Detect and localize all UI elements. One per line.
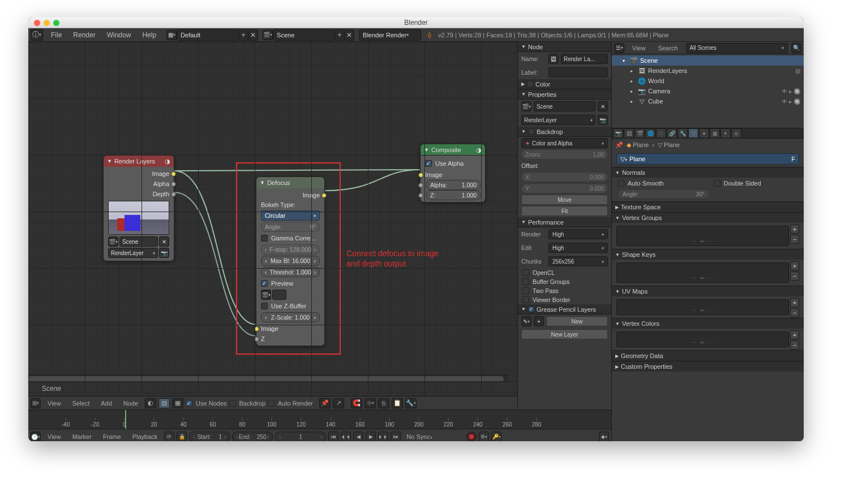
- scene-browse-icon[interactable]: 🎬▾: [521, 101, 531, 111]
- menu-view[interactable]: View: [628, 45, 650, 51]
- play-icon[interactable]: ▶: [366, 432, 376, 441]
- minimize-icon[interactable]: [44, 20, 50, 26]
- remove-button[interactable]: −: [790, 341, 799, 350]
- snap-type-icon[interactable]: ⊹▾: [365, 398, 376, 408]
- socket-in-z[interactable]: Z:1.000: [425, 190, 481, 200]
- add-button[interactable]: +: [790, 298, 799, 307]
- socket-out-image[interactable]: Image: [108, 169, 169, 179]
- menu-marker[interactable]: Marker: [68, 433, 96, 440]
- viewer-border-checkbox[interactable]: Viewer Border: [518, 295, 611, 304]
- two-pass-checkbox[interactable]: Two Pass: [518, 286, 611, 295]
- layout-dropdown[interactable]: Default: [177, 29, 239, 41]
- remove-button[interactable]: −: [790, 272, 799, 281]
- section-header[interactable]: Backdrop: [537, 128, 563, 135]
- jump-end-icon[interactable]: ⏭: [391, 432, 401, 441]
- remove-button[interactable]: −: [790, 235, 799, 244]
- menu-node[interactable]: Node: [119, 400, 143, 407]
- node-preview-toggle-icon[interactable]: ◑: [476, 147, 482, 154]
- section-geometry-data[interactable]: ▶Geometry Data: [612, 351, 804, 361]
- tree-type-shader-icon[interactable]: ◐: [145, 398, 156, 408]
- socket-in-z[interactable]: Z: [261, 334, 320, 344]
- node-defocus[interactable]: ▼Defocus Image Bokeh Type: Circular♦ Ang…: [256, 176, 325, 346]
- tab-render[interactable]: 📷: [613, 128, 623, 137]
- auto-smooth-checkbox[interactable]: Auto Smooth: [612, 179, 708, 188]
- zscale-field[interactable]: ‹Z-Scale: 1.000›: [261, 312, 320, 322]
- offset-x-field[interactable]: X:0.000: [521, 172, 608, 182]
- label-input[interactable]: [548, 67, 608, 77]
- chunks-dropdown[interactable]: 256x256♦: [548, 256, 608, 266]
- socket-in-image[interactable]: Image: [425, 170, 481, 180]
- socket-out-alpha[interactable]: Alpha: [108, 179, 169, 189]
- tab-render-layers[interactable]: 🖼: [624, 128, 634, 137]
- auto-render-checkbox[interactable]: Auto Render: [268, 398, 313, 408]
- fstop-field[interactable]: ‹F-stop: 128.000›: [261, 244, 320, 255]
- shape-keys-list[interactable]: ⋯ ═ ⋯: [616, 262, 789, 283]
- node-composite[interactable]: ▼Composite◑ ✓Use Alpha Image Alpha:1.000…: [420, 144, 486, 203]
- current-frame-field[interactable]: ‹1›: [275, 432, 326, 441]
- horizontal-scrollbar[interactable]: [28, 374, 508, 382]
- angle-field[interactable]: Angle:30°: [618, 189, 710, 199]
- backdrop-checkbox[interactable]: Backdrop: [229, 398, 265, 408]
- menu-frame[interactable]: Frame: [98, 433, 126, 440]
- range-icon[interactable]: ⟳: [164, 432, 174, 441]
- tab-world[interactable]: 🌐: [645, 128, 655, 137]
- uv-maps-list[interactable]: ⋯ ═ ⋯: [616, 299, 789, 315]
- snap-icon[interactable]: 🧲: [351, 398, 362, 408]
- buffer-groups-checkbox[interactable]: Buffer Groups: [518, 277, 611, 286]
- render-quality-dropdown[interactable]: High♦: [548, 229, 608, 239]
- pin-icon[interactable]: 📌: [615, 141, 623, 149]
- angle-field[interactable]: Angle:0°: [261, 222, 320, 232]
- use-nodes-checkbox[interactable]: ✓Use Nodes: [186, 398, 226, 408]
- node-editor[interactable]: Connect defocus to imageand depth output…: [28, 42, 517, 396]
- pin-icon[interactable]: 📌: [319, 398, 331, 408]
- scene-browse-icon[interactable]: 🎬▾: [261, 290, 271, 300]
- fit-button[interactable]: Fit: [521, 206, 608, 216]
- scene-icon[interactable]: 🎬▾: [263, 30, 273, 40]
- menu-view[interactable]: View: [43, 433, 66, 440]
- paste-icon[interactable]: 📋: [392, 398, 403, 408]
- timeline-ruler[interactable]: -40-200204060801001201401601802002202402…: [28, 410, 611, 429]
- tab-object[interactable]: □: [656, 128, 666, 137]
- vertex-groups-list[interactable]: ⋯ ═ ⋯: [616, 226, 789, 246]
- editor-type-icon[interactable]: ☰▾: [614, 43, 624, 53]
- name-input[interactable]: Render La...: [561, 54, 608, 64]
- vertex-colors-list[interactable]: ⋯ ═ ⋯: [616, 331, 789, 347]
- scene-browse-icon[interactable]: 🎬▾: [108, 236, 118, 247]
- gp-new-button[interactable]: New: [546, 316, 608, 326]
- record-button[interactable]: [466, 432, 477, 441]
- autokey-mode-icon[interactable]: ⚙▾: [479, 432, 489, 441]
- node-scene-select[interactable]: Scene: [119, 236, 158, 247]
- tab-texture[interactable]: ▦: [710, 128, 720, 137]
- go-parent-icon[interactable]: ↗: [333, 398, 344, 408]
- threshold-field[interactable]: ‹Threshol: 1.000›: [261, 267, 320, 277]
- display-mode-dropdown[interactable]: All Scenes♦: [686, 43, 788, 53]
- tab-scene[interactable]: 🎬: [634, 128, 645, 137]
- use-alpha-checkbox[interactable]: ✓Use Alpha: [425, 158, 481, 169]
- section-custom-properties[interactable]: ▶Custom Properties: [612, 361, 804, 372]
- section-header[interactable]: Grease Pencil Layers: [537, 306, 596, 313]
- socket-in-image[interactable]: Image: [261, 324, 320, 334]
- menu-search[interactable]: Search: [654, 45, 683, 51]
- close-icon[interactable]: [34, 20, 40, 26]
- gp-add-icon[interactable]: +: [534, 316, 544, 326]
- keyframe-next-icon[interactable]: ⏵⏵: [378, 432, 388, 441]
- add-button[interactable]: +: [790, 330, 799, 339]
- jump-start-icon[interactable]: ⏮: [328, 432, 338, 441]
- section-uv-maps[interactable]: ▼UV Maps: [612, 286, 804, 296]
- gamma-correct-checkbox[interactable]: Gamma Corre...: [261, 233, 320, 243]
- socket-in-alpha[interactable]: Alpha:1.000: [425, 180, 481, 190]
- keyframe-prev-icon[interactable]: ⏴⏴: [341, 432, 351, 441]
- node-render-layers[interactable]: ▼Render Layers◑ Image Alpha Depth 🎬▾ Sce…: [103, 155, 174, 261]
- add-button[interactable]: +: [790, 261, 799, 270]
- menu-render[interactable]: Render: [67, 31, 101, 39]
- layout-add-button[interactable]: +: [238, 29, 248, 41]
- scene-mini-select[interactable]: [272, 290, 286, 300]
- scene-remove-icon[interactable]: ✕: [159, 236, 169, 247]
- gp-browse-icon[interactable]: ✎▾: [521, 316, 531, 326]
- tree-type-compositor-icon[interactable]: ▧: [158, 398, 170, 408]
- socket-out-image[interactable]: Image: [261, 190, 320, 200]
- engine-dropdown[interactable]: Blender Render♦: [359, 29, 421, 41]
- editor-type-icon[interactable]: ⊞▾: [31, 398, 41, 408]
- lock-icon[interactable]: 🔒: [177, 432, 187, 441]
- backdrop-mode-dropdown[interactable]: ✦Color and Alpha♦: [521, 138, 608, 148]
